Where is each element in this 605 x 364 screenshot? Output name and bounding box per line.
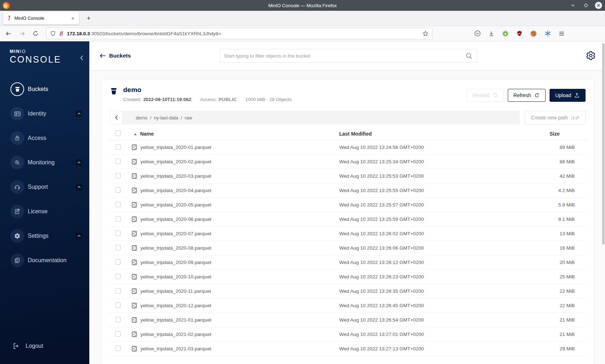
row-checkbox[interactable] xyxy=(115,202,121,207)
sidebar-item-monitoring[interactable]: Monitoring xyxy=(0,150,89,175)
privacy-badger-icon[interactable] xyxy=(502,30,509,37)
url-bar[interactable]: 172.18.0.3:30503/buckets/demo/browse/bnk… xyxy=(46,28,433,39)
object-name: yellow_tripdata_2020-01.parquet xyxy=(140,145,211,150)
row-checkbox[interactable] xyxy=(115,231,121,236)
breadcrumb-part[interactable]: demo xyxy=(136,115,148,120)
column-header-size: Size xyxy=(550,131,586,137)
object-name: yellow_tripdata_2020-09.parquet xyxy=(140,260,211,265)
object-row[interactable]: yellow_tripdata_2020-11.parquet Wed Aug … xyxy=(109,284,586,299)
path-back-button[interactable] xyxy=(109,111,123,124)
row-checkbox[interactable] xyxy=(115,173,121,178)
row-checkbox[interactable] xyxy=(115,331,121,337)
window-minimize-icon[interactable] xyxy=(569,1,577,9)
object-row[interactable]: yellow_tripdata_2021-03.parquet Wed Aug … xyxy=(109,342,586,356)
new-tab-button[interactable]: + xyxy=(84,14,93,22)
create-new-path-button[interactable]: Create new path :/ xyxy=(525,111,586,124)
insecure-lock-icon[interactable] xyxy=(59,31,64,36)
row-checkbox[interactable] xyxy=(115,346,121,351)
back-to-buckets-link[interactable]: Buckets xyxy=(100,53,131,59)
logout-label: Logout xyxy=(26,343,43,349)
tracking-shield-icon[interactable] xyxy=(50,31,56,36)
pocket-icon[interactable] xyxy=(474,30,481,37)
object-row[interactable]: yellow_tripdata_2021-01.parquet Wed Aug … xyxy=(109,313,586,327)
created-value: 2022-08-10T11:19:06Z xyxy=(143,97,192,102)
row-checkbox[interactable] xyxy=(115,144,121,150)
sidebar-item-settings[interactable]: Settings xyxy=(0,224,89,248)
tab-close-icon[interactable]: × xyxy=(70,15,76,21)
object-size: 89 MiB xyxy=(550,145,586,150)
sidebar-item-label: Monitoring xyxy=(28,159,55,166)
page-scrollbar[interactable] xyxy=(602,41,605,364)
object-row[interactable]: yellow_tripdata_2020-03.parquet Wed Aug … xyxy=(109,169,586,183)
object-row[interactable]: yellow_tripdata_2021-02.parquet Wed Aug … xyxy=(109,327,586,342)
object-row[interactable]: yellow_tripdata_2020-09.parquet Wed Aug … xyxy=(109,255,586,270)
object-row[interactable]: yellow_tripdata_2020-04.parquet Wed Aug … xyxy=(109,183,586,198)
row-checkbox[interactable] xyxy=(115,259,121,265)
sidebar-item-support[interactable]: Support xyxy=(0,175,89,199)
access-value: PUBLIC xyxy=(219,97,237,102)
scrollbar-thumb[interactable] xyxy=(602,43,605,245)
object-row[interactable]: yellow_tripdata_2020-10.parquet Wed Aug … xyxy=(109,270,586,284)
sidebar-collapse-icon[interactable] xyxy=(80,55,84,61)
breadcrumb-separator: / xyxy=(181,115,182,120)
row-checkbox[interactable] xyxy=(115,288,121,294)
sidebar-item-access[interactable]: Access xyxy=(0,126,89,150)
cookie-icon[interactable] xyxy=(530,30,537,37)
row-checkbox[interactable] xyxy=(115,317,121,322)
logo-min: MIN xyxy=(10,49,20,54)
object-size: 88 MiB xyxy=(550,159,586,164)
window-maximize-icon[interactable] xyxy=(582,1,590,9)
object-size: 4.2 MiB xyxy=(550,188,586,193)
reload-icon[interactable] xyxy=(30,28,41,39)
row-checkbox[interactable] xyxy=(115,159,121,164)
upload-button[interactable]: Upload xyxy=(550,89,586,102)
sidebar-item-buckets[interactable]: Buckets xyxy=(0,77,89,101)
object-row[interactable]: yellow_tripdata_2020-01.parquet Wed Aug … xyxy=(109,140,586,155)
browser-tab-bar: MinIO Console × + xyxy=(0,11,605,26)
browser-tab[interactable]: MinIO Console × xyxy=(3,12,79,24)
row-checkbox[interactable] xyxy=(115,216,121,222)
download-icon[interactable] xyxy=(488,31,494,37)
console-settings-gear-icon[interactable] xyxy=(586,51,596,60)
object-name: yellow_tripdata_2020-10.parquet xyxy=(140,274,211,279)
window-close-icon[interactable] xyxy=(595,2,602,9)
object-row[interactable]: yellow_tripdata_2020-05.parquet Wed Aug … xyxy=(109,198,586,212)
column-header-name[interactable]: ▲ Name xyxy=(130,131,339,137)
rewind-button[interactable]: Rewind xyxy=(467,89,504,102)
sidebar-item-label: Support xyxy=(28,184,48,190)
object-row[interactable]: yellow_tripdata_2020-07.parquet Wed Aug … xyxy=(109,227,586,241)
chevron-up-icon[interactable] xyxy=(76,184,82,190)
object-row[interactable]: yellow_tripdata_2020-12.parquet Wed Aug … xyxy=(109,299,586,313)
url-text[interactable]: 172.18.0.3:30503/buckets/demo/browse/bnk… xyxy=(67,31,420,36)
back-icon[interactable] xyxy=(3,28,14,39)
sidebar-item-logout[interactable]: Logout xyxy=(0,338,89,354)
menu-hamburger-icon[interactable] xyxy=(559,31,565,37)
object-row[interactable]: yellow_tripdata_2020-02.parquet Wed Aug … xyxy=(109,155,586,169)
bookmark-star-icon[interactable] xyxy=(422,31,429,37)
sidebar-item-identity[interactable]: Identity xyxy=(0,101,89,126)
sidebar-item-license[interactable]: License xyxy=(0,199,89,224)
row-checkbox[interactable] xyxy=(115,187,121,193)
row-checkbox[interactable] xyxy=(115,302,121,308)
chevron-up-icon[interactable] xyxy=(76,233,82,239)
object-modified: Wed Aug 10 2022 13:26:23 GMT+0200 xyxy=(339,274,550,279)
access-label: Access: xyxy=(200,97,217,102)
object-row[interactable]: yellow_tripdata_2020-08.parquet Wed Aug … xyxy=(109,241,586,255)
chevron-left-icon xyxy=(115,115,118,120)
ublock-icon[interactable]: uo xyxy=(516,30,523,37)
sidebar-item-documentation[interactable]: Documentation xyxy=(0,248,89,273)
breadcrumb-part[interactable]: ny-taxi-data xyxy=(154,115,178,120)
chevron-up-icon[interactable] xyxy=(76,159,82,166)
parquet-file-icon xyxy=(131,173,137,179)
refresh-button[interactable]: Refresh xyxy=(508,89,546,102)
extension-asterisk-icon[interactable] xyxy=(544,30,551,37)
row-checkbox[interactable] xyxy=(115,245,121,250)
filter-search-input[interactable] xyxy=(224,53,466,59)
select-all-checkbox[interactable] xyxy=(115,131,121,136)
object-row[interactable]: yellow_tripdata_2020-06.parquet Wed Aug … xyxy=(109,212,586,227)
row-checkbox[interactable] xyxy=(115,274,121,279)
forward-icon[interactable] xyxy=(17,28,27,39)
parquet-file-icon xyxy=(131,231,137,237)
chevron-up-icon[interactable] xyxy=(76,110,82,117)
breadcrumb-part[interactable]: raw xyxy=(185,115,192,120)
